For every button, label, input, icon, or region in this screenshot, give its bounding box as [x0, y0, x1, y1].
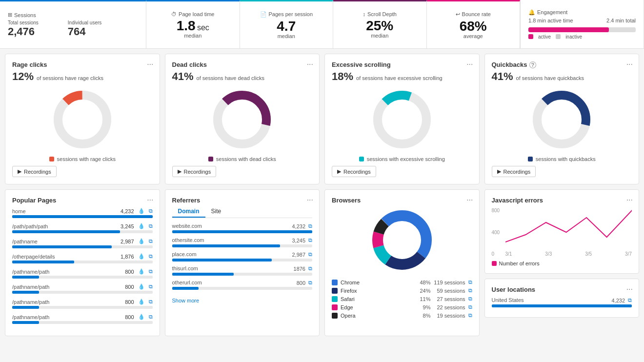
- js-errors-x-4: 3/7: [625, 251, 632, 257]
- water-drop-icon[interactable]: 💧: [138, 238, 145, 244]
- browser-name: Chrome: [341, 280, 413, 285]
- rage-clicks-legend-sq: [49, 157, 54, 161]
- excessive-scrolling-legend-label: sessions with excessive scrolling: [367, 156, 445, 162]
- quickbacks-card: Quickbacks ? ··· 41% of sessions have qu…: [484, 54, 640, 184]
- dead-clicks-more[interactable]: ···: [307, 60, 313, 69]
- engagement-icon: 🔔: [528, 9, 535, 16]
- dead-clicks-title: Dead clicks: [172, 61, 313, 68]
- page-load-value: 1.8: [177, 18, 196, 33]
- dead-clicks-legend-sq: [208, 157, 213, 161]
- referrers-more[interactable]: ···: [307, 196, 313, 204]
- water-drop-icon[interactable]: 💧: [138, 314, 145, 320]
- excessive-scrolling-recordings-btn[interactable]: ▶ Recordings: [332, 166, 376, 177]
- water-drop-icon[interactable]: 💧: [138, 283, 145, 290]
- ref-name-text: thisurl.com: [172, 265, 198, 272]
- page-name-row: /pathname/path 800 💧 ⧉: [12, 314, 153, 320]
- bounce-rate-label: Bounce rate: [462, 11, 491, 17]
- link-icon[interactable]: ⧉: [149, 299, 153, 305]
- ref-link-icon[interactable]: ⧉: [308, 251, 312, 258]
- page-name-row: /otherpage/details 1,876 💧 ⧉: [12, 253, 153, 260]
- js-errors-y-400: 400: [492, 230, 503, 235]
- water-drop-icon[interactable]: 💧: [138, 208, 145, 214]
- browsers-list: Chrome 48% 119 sessions ⧉ Firefox 24% 59…: [332, 279, 472, 319]
- link-icon[interactable]: ⧉: [149, 268, 153, 275]
- referrers-tab-site[interactable]: Site: [205, 206, 227, 218]
- quickbacks-recordings-btn[interactable]: ▶ Recordings: [492, 166, 536, 177]
- list-item: /pathname/path 800 💧 ⧉: [12, 314, 153, 324]
- sessions-tab-header[interactable]: ⊞ Sessions: [8, 12, 138, 18]
- rage-clicks-desc: of sessions have rage clicks: [37, 75, 103, 81]
- location-name-text: United States: [492, 297, 524, 303]
- ref-link-icon[interactable]: ⧉: [308, 280, 312, 286]
- js-errors-more[interactable]: ···: [626, 196, 633, 204]
- quickbacks-legend-label: sessions with quickbacks: [536, 156, 596, 162]
- browsers-more[interactable]: ···: [466, 196, 473, 204]
- link-icon[interactable]: ⧉: [149, 283, 153, 290]
- water-drop-icon[interactable]: 💧: [138, 223, 145, 229]
- water-drop-icon[interactable]: 💧: [138, 299, 145, 305]
- browsers-card: Browsers ··· Chrome 48% 119 sessions: [324, 189, 480, 336]
- page-load-icon: ⏱: [171, 11, 177, 17]
- list-item: Safari 11% 27 sessions ⧉: [332, 296, 472, 302]
- list-item: Firefox 24% 59 sessions ⧉: [332, 287, 472, 294]
- bounce-rate-value-row: 68%: [460, 20, 487, 33]
- recordings-icon-4: ▶: [497, 168, 501, 175]
- dead-clicks-recordings-label: Recordings: [184, 169, 211, 175]
- quickbacks-more[interactable]: ···: [626, 60, 633, 69]
- location-link-icon[interactable]: ⧉: [628, 297, 632, 303]
- rage-clicks-donut: [12, 88, 153, 151]
- water-drop-icon[interactable]: 💧: [138, 268, 145, 275]
- sessions-metrics: Total sessions 2,476 Individual users 76…: [8, 20, 138, 38]
- rage-clicks-legend-label: sessions with rage clicks: [57, 156, 116, 162]
- browser-sessions: 22 sessions: [434, 304, 465, 310]
- browser-link-icon[interactable]: ⧉: [468, 312, 472, 319]
- browser-link-icon[interactable]: ⧉: [468, 279, 472, 285]
- top-bar: ⊞ Sessions Total sessions 2,476 Individu…: [0, 0, 644, 49]
- ref-link-icon[interactable]: ⧉: [308, 237, 312, 243]
- bounce-icon: ↩: [456, 11, 460, 18]
- svg-point-0: [58, 95, 107, 144]
- link-icon[interactable]: ⧉: [149, 208, 153, 214]
- rage-clicks-more[interactable]: ···: [147, 60, 153, 69]
- browser-sessions: 27 sessions: [434, 296, 465, 302]
- link-icon[interactable]: ⧉: [149, 314, 153, 320]
- link-icon[interactable]: ⧉: [149, 238, 153, 244]
- engagement-legend: active inactive: [528, 34, 636, 40]
- ref-link-icon[interactable]: ⧉: [308, 265, 312, 272]
- browser-link-icon[interactable]: ⧉: [468, 304, 472, 310]
- dead-clicks-recordings-btn[interactable]: ▶ Recordings: [172, 166, 217, 177]
- referrers-tabs: Domain Site: [172, 206, 313, 218]
- rage-clicks-recordings-btn[interactable]: ▶ Recordings: [12, 166, 57, 177]
- ref-link-icon[interactable]: ⧉: [308, 223, 312, 229]
- excessive-scrolling-title: Excessive scrolling: [332, 61, 472, 68]
- inactive-legend-label: inactive: [565, 34, 582, 40]
- link-icon[interactable]: ⧉: [149, 223, 153, 229]
- page-name-row: /path/path/path 3,245 💧 ⧉: [12, 223, 153, 229]
- page-name-text: /pathname/path: [12, 299, 49, 305]
- ref-value: 4,232: [292, 223, 305, 229]
- pages-per-session-section: 📄 Pages per session 4.7 median: [240, 0, 334, 48]
- referrers-tab-domain[interactable]: Domain: [172, 206, 205, 218]
- excessive-scrolling-desc: of sessions have excessive scrolling: [356, 75, 443, 81]
- js-errors-title: Javascript errors: [492, 197, 632, 204]
- page-value: 3,245: [121, 223, 134, 229]
- show-more-btn[interactable]: Show more: [172, 298, 200, 303]
- popular-pages-more[interactable]: ···: [147, 196, 153, 204]
- sessions-section: ⊞ Sessions Total sessions 2,476 Individu…: [0, 0, 146, 48]
- excessive-scrolling-more[interactable]: ···: [466, 60, 473, 69]
- page-name-row: /pathname/path 800 💧 ⧉: [12, 299, 153, 305]
- recordings-icon-1: ▶: [18, 168, 21, 175]
- list-item: /pathname/path 800 💧 ⧉: [12, 268, 153, 279]
- list-item: /otherpage/details 1,876 💧 ⧉: [12, 253, 153, 263]
- water-drop-icon[interactable]: 💧: [138, 253, 145, 260]
- js-errors-legend: Number of errors: [492, 261, 632, 266]
- user-locations-more[interactable]: ···: [626, 285, 633, 294]
- rage-clicks-pct: 12%: [12, 70, 34, 83]
- browser-link-icon[interactable]: ⧉: [468, 296, 472, 302]
- link-icon[interactable]: ⧉: [149, 253, 153, 260]
- ref-bar-fill: [172, 244, 280, 247]
- page-load-header: ⏱ Page load time: [171, 11, 214, 17]
- rage-clicks-card: Rage clicks ··· 12% of sessions have rag…: [5, 54, 160, 184]
- quickbacks-title-label: Quickbacks: [492, 61, 527, 68]
- browser-link-icon[interactable]: ⧉: [468, 287, 472, 294]
